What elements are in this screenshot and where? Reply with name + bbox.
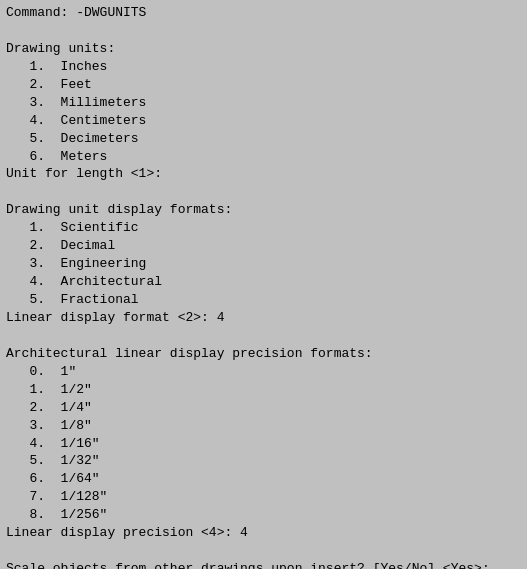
- terminal-line: Linear display precision <4>: 4: [6, 524, 521, 542]
- terminal-line: Drawing unit display formats:: [6, 201, 521, 219]
- terminal-line: 4. 1/16": [6, 435, 521, 453]
- terminal-line: 2. Feet: [6, 76, 521, 94]
- terminal-line: 6. Meters: [6, 148, 521, 166]
- terminal-line: [6, 327, 521, 345]
- terminal-line: 5. Decimeters: [6, 130, 521, 148]
- terminal-line: 6. 1/64": [6, 470, 521, 488]
- terminal-line: [6, 183, 521, 201]
- terminal-line: 7. 1/128": [6, 488, 521, 506]
- terminal-line: [6, 22, 521, 40]
- terminal-line: 1. Scientific: [6, 219, 521, 237]
- terminal-line: 8. 1/256": [6, 506, 521, 524]
- terminal-line: 4. Centimeters: [6, 112, 521, 130]
- terminal-line: Unit for length <1>:: [6, 165, 521, 183]
- terminal-line: 3. 1/8": [6, 417, 521, 435]
- terminal-line: [6, 542, 521, 560]
- terminal-line: 4. Architectural: [6, 273, 521, 291]
- terminal-line: 1. Inches: [6, 58, 521, 76]
- output-lines: Command: -DWGUNITS Drawing units: 1. Inc…: [6, 4, 521, 569]
- terminal-line: 3. Engineering: [6, 255, 521, 273]
- terminal-line: 0. 1": [6, 363, 521, 381]
- terminal-line: Scale objects from other drawings upon i…: [6, 560, 521, 569]
- terminal-window: Command: -DWGUNITS Drawing units: 1. Inc…: [0, 0, 527, 569]
- terminal-line: 3. Millimeters: [6, 94, 521, 112]
- terminal-line: Command: -DWGUNITS: [6, 4, 521, 22]
- terminal-line: Architectural linear display precision f…: [6, 345, 521, 363]
- terminal-line: 1. 1/2": [6, 381, 521, 399]
- terminal-line: Linear display format <2>: 4: [6, 309, 521, 327]
- terminal-line: 5. Fractional: [6, 291, 521, 309]
- terminal-line: Drawing units:: [6, 40, 521, 58]
- terminal-line: 2. 1/4": [6, 399, 521, 417]
- terminal-line: 5. 1/32": [6, 452, 521, 470]
- terminal-line: 2. Decimal: [6, 237, 521, 255]
